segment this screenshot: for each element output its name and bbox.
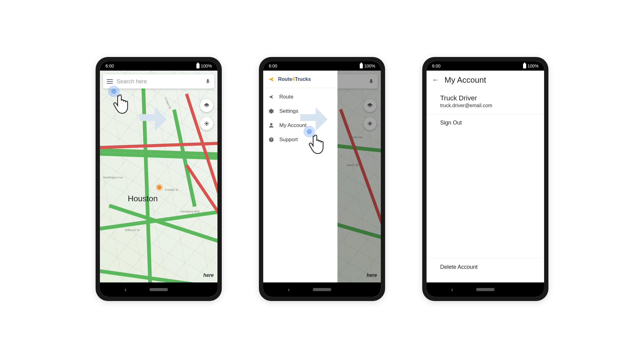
drawer-item-support[interactable]: ? Support (263, 133, 337, 147)
locate-button[interactable] (200, 117, 213, 130)
home-pill[interactable] (476, 288, 495, 291)
status-time: 6:00 (269, 63, 277, 68)
back-icon[interactable]: ‹ (288, 286, 290, 293)
drawer-item-label: Route (279, 94, 293, 100)
delete-account-label: Delete Account (440, 264, 478, 270)
android-nav-bar: ‹ (427, 282, 544, 297)
map-city-label: Houston (128, 194, 158, 203)
drawer-item-label: Settings (279, 108, 298, 114)
layers-icon (204, 103, 210, 109)
phone-account: 6:00 100% ← My Account Truck Driver truc… (422, 57, 548, 301)
navigation-icon (268, 94, 274, 100)
gear-icon (268, 108, 274, 114)
account-name: Truck Driver (440, 94, 530, 102)
layers-button[interactable] (200, 99, 213, 112)
search-input[interactable] (117, 78, 201, 85)
street-label: Harrisburg Blvd (180, 210, 200, 213)
status-bar: 6:00 100% (263, 61, 381, 71)
crosshair-icon (204, 120, 210, 127)
battery-icon (360, 63, 363, 68)
sign-out-label: Sign Out (440, 120, 462, 126)
current-location-marker (156, 184, 163, 191)
battery-icon (523, 63, 526, 68)
map-canvas[interactable]: Houston here Washington Ave N Main St Ha… (100, 71, 217, 282)
menu-icon[interactable] (107, 79, 113, 84)
status-time: 6:00 (105, 63, 114, 68)
drawer-item-settings[interactable]: Settings (263, 104, 337, 118)
status-time: 6:00 (432, 63, 440, 68)
phone-drawer: 6:00 100% here Lyons Ave Nance St (259, 57, 385, 301)
page-title: My Account (444, 75, 486, 85)
status-battery: 100% (527, 63, 539, 68)
account-email: truck.driver@email.com (440, 103, 530, 108)
navigation-drawer: Route4Trucks Route Settings My Account (263, 71, 337, 282)
street-label: Washington Ave (103, 176, 123, 179)
delete-account-button[interactable]: Delete Account (427, 258, 544, 276)
app-brand: Route4Trucks (278, 76, 311, 82)
android-nav-bar: ‹ (263, 282, 381, 297)
street-label: Franklin St (165, 188, 178, 191)
back-icon[interactable]: ‹ (451, 286, 453, 293)
sign-out-button[interactable]: Sign Out (427, 114, 544, 131)
status-battery: 100% (364, 63, 375, 68)
svg-text:?: ? (270, 138, 272, 142)
android-nav-bar: ‹ (100, 282, 217, 297)
drawer-item-label: Support (279, 137, 298, 143)
status-bar: 6:00 100% (427, 61, 544, 71)
person-icon (268, 122, 274, 129)
battery-icon (196, 63, 200, 68)
street-label: N Main St (164, 97, 172, 109)
drawer-item-route[interactable]: Route (263, 90, 337, 104)
map-attribution: here (203, 273, 214, 278)
microphone-icon[interactable] (205, 78, 211, 85)
back-icon[interactable]: ‹ (125, 286, 127, 293)
status-bar: 6:00 100% (100, 61, 217, 71)
back-arrow-icon[interactable]: ← (432, 76, 439, 84)
home-pill[interactable] (313, 288, 331, 291)
search-bar[interactable] (103, 74, 214, 89)
status-battery: 100% (201, 63, 212, 68)
drawer-item-account[interactable]: My Account (263, 118, 337, 133)
account-info: Truck Driver truck.driver@email.com (427, 89, 544, 114)
phone-map: 6:00 100% (96, 57, 222, 301)
drawer-item-label: My Account (279, 122, 307, 129)
home-pill[interactable] (149, 288, 168, 291)
app-logo-icon (268, 76, 275, 83)
help-icon: ? (268, 137, 274, 143)
street-label: Jefferson St (125, 229, 140, 232)
